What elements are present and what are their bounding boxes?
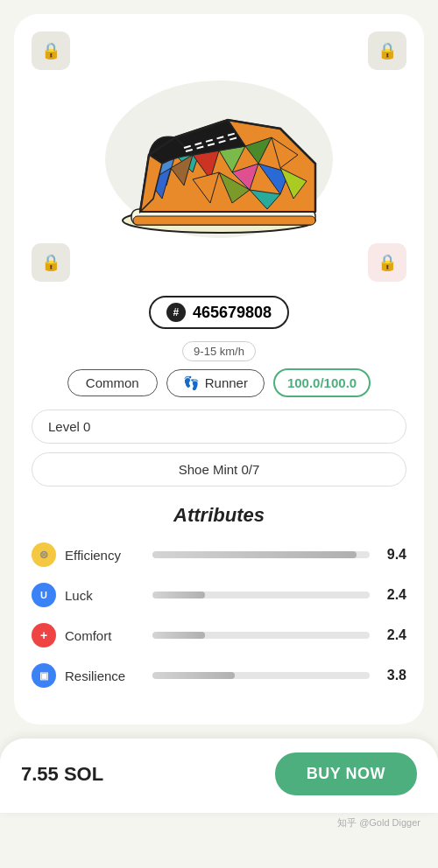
price-text: 7.55 SOL bbox=[21, 763, 103, 786]
shoe-image-area bbox=[32, 74, 406, 252]
comfort-bar-fill bbox=[152, 632, 205, 639]
comfort-label: Comfort bbox=[65, 628, 144, 643]
buy-now-button[interactable]: BUY NOW bbox=[275, 752, 417, 795]
comfort-bar-bg bbox=[152, 632, 370, 639]
attributes-section: Attributes ⊜ Efficiency 9.4 U Luck 2.4 bbox=[32, 504, 406, 688]
efficiency-label: Efficiency bbox=[65, 548, 144, 563]
luck-value: 2.4 bbox=[378, 587, 406, 603]
svg-rect-2 bbox=[133, 216, 315, 225]
attribute-row-luck: U Luck 2.4 bbox=[32, 583, 406, 607]
top-corner-locks: 🔒 🔒 bbox=[32, 32, 406, 70]
speed-badge: 9-15 km/h bbox=[182, 341, 256, 361]
bottom-bar: 7.55 SOL BUY NOW bbox=[0, 738, 438, 813]
resilience-bar-bg bbox=[152, 672, 370, 679]
type-tag[interactable]: Common bbox=[67, 369, 158, 396]
level-bar: Level 0 bbox=[32, 410, 406, 444]
comfort-value: 2.4 bbox=[378, 627, 406, 643]
luck-icon: U bbox=[32, 583, 56, 607]
shoe-background bbox=[105, 80, 333, 238]
product-card: 🔒 🔒 bbox=[14, 14, 424, 724]
resilience-value: 3.8 bbox=[378, 668, 406, 683]
token-id-badge: # 465679808 bbox=[149, 296, 289, 329]
tags-row: Common 👣 Runner 100.0/100.0 bbox=[67, 368, 371, 397]
shoe-svg bbox=[105, 85, 333, 234]
resilience-icon: ▣ bbox=[32, 663, 56, 688]
luck-label: Luck bbox=[65, 588, 144, 603]
efficiency-bar-fill bbox=[152, 551, 357, 558]
attribute-row-resilience: ▣ Resilience 3.8 bbox=[32, 663, 406, 688]
runner-icon: 👣 bbox=[183, 375, 200, 391]
comfort-icon: + bbox=[32, 623, 56, 648]
resilience-label: Resilience bbox=[65, 668, 144, 683]
runner-label: Runner bbox=[205, 375, 248, 390]
token-id-text: 465679808 bbox=[193, 304, 272, 322]
efficiency-icon: ⊜ bbox=[32, 542, 56, 567]
tags-section: 9-15 km/h Common 👣 Runner 100.0/100.0 bbox=[32, 341, 406, 397]
watermark-text: 知乎 @Gold Digger bbox=[0, 813, 438, 836]
resilience-bar-fill bbox=[152, 672, 235, 679]
attributes-title: Attributes bbox=[32, 504, 406, 527]
token-id-row: # 465679808 bbox=[32, 296, 406, 329]
attribute-row-comfort: + Comfort 2.4 bbox=[32, 623, 406, 648]
luck-bar-fill bbox=[152, 592, 205, 598]
attribute-row-efficiency: ⊜ Efficiency 9.4 bbox=[32, 542, 406, 567]
top-left-lock-icon: 🔒 bbox=[32, 32, 70, 70]
hash-icon: # bbox=[166, 303, 186, 322]
durability-tag: 100.0/100.0 bbox=[273, 368, 371, 397]
runner-tag[interactable]: 👣 Runner bbox=[166, 369, 265, 397]
top-right-lock-icon: 🔒 bbox=[368, 32, 406, 70]
efficiency-bar-bg bbox=[152, 551, 370, 558]
efficiency-value: 9.4 bbox=[378, 547, 406, 563]
shoe-mint-bar: Shoe Mint 0/7 bbox=[32, 452, 406, 486]
luck-bar-bg bbox=[152, 592, 370, 598]
